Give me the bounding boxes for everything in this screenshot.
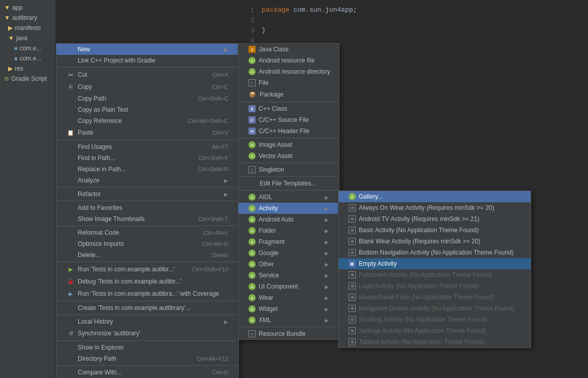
activity-icon: ▦	[349, 282, 356, 290]
menu-item-bottom-nav-activity[interactable]: ▦ Bottom Navigation Activity (No Applica…	[338, 247, 531, 258]
menu-item-fragment[interactable]: A Fragment ▶	[238, 236, 339, 247]
menu-item-cut[interactable]: ✂ Cut Ctrl+X	[56, 69, 238, 81]
menu-item-show-explorer[interactable]: Show in Explorer	[56, 342, 238, 353]
menu-item-copy-ref[interactable]: Copy Reference Ctrl+Alt+Shift+C	[56, 115, 238, 127]
menu-item-coverage[interactable]: ▶ Run 'Tests in com.example.autlibra...'…	[56, 288, 238, 300]
menu-item-edit-templates[interactable]: Edit File Templates...	[238, 178, 339, 189]
menu-item-other[interactable]: A Other ▶	[238, 259, 339, 270]
menu-item-debug[interactable]: 🐞 Debug 'Tests in com.example.autlibr...…	[56, 275, 238, 288]
sidebar-item-label: Gradle Script	[11, 75, 47, 82]
menu-item-package[interactable]: 📦 Package	[238, 88, 339, 101]
sidebar-item-label: app	[12, 4, 22, 11]
android-icon: A	[249, 305, 256, 312]
menu-item-new[interactable]: New ▶	[56, 44, 238, 55]
menu-item-tabbed-activity[interactable]: ▦ Tabbed Activity (No Application Theme …	[338, 336, 531, 348]
menu-item-cpp-class[interactable]: S C++ Class	[238, 103, 339, 114]
menu-item-basic-activity[interactable]: ▦ Basic Activity (No Application Theme F…	[338, 225, 531, 236]
menu-item-copy-path[interactable]: Copy Path Ctrl+Shift+C	[56, 93, 238, 104]
menu-item-copy[interactable]: ⎘ Copy Ctrl+C	[56, 81, 238, 93]
menu-item-vector-asset[interactable]: A Vector Asset	[238, 150, 339, 162]
menu-item-image-asset[interactable]: A Image Asset	[238, 139, 339, 150]
menu-item-blank-wear-activity[interactable]: ▦ Blank Wear Activity (Requires minSdk >…	[338, 236, 531, 247]
menu-item-reformat[interactable]: Reformat Code Ctrl+Alt+L	[56, 227, 238, 238]
separator	[238, 327, 339, 327]
menu-item-folder[interactable]: A Folder ▶	[238, 225, 339, 236]
menu-item-add-favorites[interactable]: Add to Favorites	[56, 202, 238, 213]
menu-item-create-tests[interactable]: Create 'Tests in com.example.autlibrary'…	[56, 302, 238, 313]
menu-item-wear[interactable]: A Wear ▶	[238, 292, 339, 303]
menu-item-run[interactable]: ▶ Run 'Tests in com.example.autlibr...' …	[56, 263, 238, 275]
sidebar-item-java[interactable]: ▼ java	[0, 33, 55, 43]
android-icon: A	[249, 194, 256, 201]
run-icon: ▶	[67, 265, 75, 273]
android-icon: A	[249, 227, 256, 234]
menu-item-scrolling-activity[interactable]: ▦ Scrolling Activity (No Application The…	[338, 314, 531, 325]
sidebar-item-gradle[interactable]: ⚙ Gradle Script	[0, 74, 55, 84]
menu-item-compare[interactable]: Compare With... Ctrl+D	[56, 367, 238, 378]
context-menu-new: J Java Class A Android resource file A A…	[238, 43, 339, 340]
android-icon: A	[249, 68, 256, 75]
menu-item-analyze[interactable]: Analyze ▶	[56, 175, 238, 186]
menu-item-aidl[interactable]: A AIDL ▶	[238, 192, 339, 203]
menu-item-android-resource-file[interactable]: A Android resource file	[238, 55, 339, 66]
menu-item-directory-path[interactable]: Directory Path Ctrl+Alt+F12	[56, 353, 238, 364]
menu-item-delete[interactable]: Delete... Delete	[56, 249, 238, 261]
sidebar-item-label: com.e...	[20, 45, 42, 52]
menu-item-nav-drawer-activity[interactable]: ▦ Navigation Drawer Activity (No Applica…	[338, 303, 531, 314]
menu-item-empty-activity[interactable]: ▦ Empty Activity	[338, 258, 531, 269]
context-menu-activity: A Gallery... ▦ Always On Wear Activity (…	[338, 191, 531, 348]
activity-icon: ▦	[349, 260, 356, 267]
sidebar-item-label: manifests	[15, 24, 41, 32]
coverage-icon: ▶	[67, 290, 75, 298]
submenu-arrow: ▶	[325, 195, 329, 200]
menu-item-file[interactable]: F File	[238, 77, 339, 88]
sidebar-item-com1[interactable]: ■ com.e...	[0, 43, 55, 53]
menu-item-wear-activity[interactable]: ▦ Always On Wear Activity (Requires minS…	[338, 202, 531, 213]
menu-item-singleton[interactable]: S Singleton	[238, 164, 339, 175]
cpp-icon: S	[249, 105, 256, 112]
android-icon: A	[249, 283, 256, 290]
activity-icon: ▦	[349, 327, 356, 334]
menu-item-link-cpp[interactable]: Link C++ Project with Gradle	[56, 55, 238, 66]
menu-item-android-resource-dir[interactable]: A Android resource directory	[238, 66, 339, 77]
menu-item-activity[interactable]: A Activity ▶	[238, 203, 339, 214]
menu-item-cpp-source[interactable]: C C/C++ Source File	[238, 114, 339, 125]
menu-item-refactor[interactable]: Refactor ▶	[56, 188, 238, 200]
menu-item-synchronize[interactable]: ↺ Synchronize 'autlibrary'	[56, 327, 238, 339]
menu-item-show-thumbnails[interactable]: Show Image Thumbnails Ctrl+Shift+T	[56, 213, 238, 225]
menu-item-xml[interactable]: A XML ▶	[238, 314, 339, 326]
context-menu-main: New ▶ Link C++ Project with Gradle ✂ Cut…	[56, 43, 239, 378]
menu-item-service[interactable]: A Service ▶	[238, 270, 339, 281]
sidebar-item-com2[interactable]: ■ com.e...	[0, 53, 55, 64]
menu-item-java-class[interactable]: J Java Class	[238, 44, 339, 55]
paste-icon: 📋	[67, 129, 75, 137]
project-sidebar: ▼ app ▼ autlibrary ▶ manifests ▼ java ■ …	[0, 0, 56, 378]
menu-item-paste[interactable]: 📋 Paste Ctrl+V	[56, 127, 238, 139]
menu-item-master-detail-flow[interactable]: ▦ Master/Detail Flow (No Application The…	[338, 292, 531, 303]
menu-item-tv-activity[interactable]: ▦ Android TV Activity (Requires minSdk >…	[338, 213, 531, 225]
sidebar-item-manifests[interactable]: ▶ manifests	[0, 23, 55, 33]
menu-item-find-path[interactable]: Find in Path... Ctrl+Shift+F	[56, 152, 238, 164]
file-icon: ■	[14, 55, 18, 61]
menu-item-login-activity[interactable]: ▦ Login Activity (No Application Theme F…	[338, 280, 531, 292]
menu-item-google[interactable]: A Google ▶	[238, 247, 339, 259]
menu-item-gallery[interactable]: A Gallery...	[338, 191, 531, 202]
folder-icon: ▼	[8, 35, 14, 42]
menu-item-local-history[interactable]: Local History ▶	[56, 316, 238, 327]
menu-item-optimize[interactable]: Optimize Imports Ctrl+Alt+O	[56, 238, 238, 249]
menu-item-find-usages[interactable]: Find Usages Alt+F7	[56, 141, 238, 152]
sidebar-item-app[interactable]: ▼ app	[0, 3, 55, 13]
menu-item-android-auto[interactable]: A Android Auto ▶	[238, 214, 339, 225]
menu-item-fullscreen-activity[interactable]: ▦ Fullscreen Activity (No Application Th…	[338, 269, 531, 280]
menu-item-cpp-header[interactable]: H C/C++ Header File	[238, 125, 339, 137]
menu-item-replace-path[interactable]: Replace in Path... Ctrl+Shift+R	[56, 164, 238, 175]
menu-item-copy-plain[interactable]: Copy as Plain Text	[56, 104, 238, 115]
menu-item-resource-bundle[interactable]: R Resource Bundle	[238, 328, 339, 339]
menu-item-ui-component[interactable]: A UI Component ▶	[238, 281, 339, 292]
menu-item-widget[interactable]: A Widget ▶	[238, 303, 339, 314]
separator	[238, 163, 339, 163]
sidebar-item-autlibrary[interactable]: ▼ autlibrary	[0, 13, 55, 23]
activity-icon: ▦	[349, 215, 356, 223]
menu-item-settings-activity[interactable]: ▦ Settings Activity (No Application Them…	[338, 325, 531, 336]
sidebar-item-res[interactable]: ▶ res	[0, 64, 55, 74]
